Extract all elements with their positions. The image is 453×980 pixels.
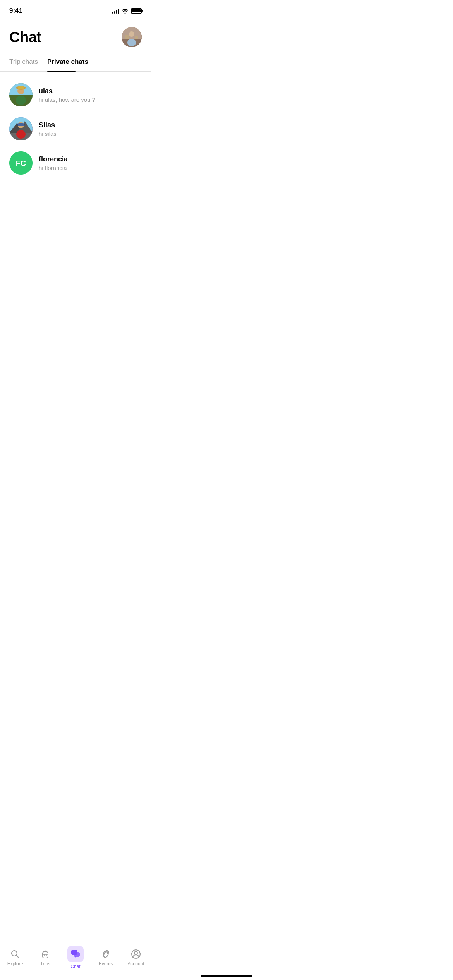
page-title: Chat xyxy=(9,29,41,46)
chat-name: Silas xyxy=(39,121,142,129)
battery-icon xyxy=(131,8,142,14)
signal-icon xyxy=(112,8,119,14)
chat-info-florencia: florencia hi florancia xyxy=(39,155,142,171)
chat-avatar-silas xyxy=(9,117,33,140)
avatar-image xyxy=(122,27,142,47)
user-avatar[interactable] xyxy=(122,27,142,47)
svg-rect-19 xyxy=(17,124,18,125)
list-item[interactable]: FC florencia hi florancia xyxy=(0,146,151,180)
svg-rect-11 xyxy=(18,86,24,89)
chat-avatar-ulas xyxy=(9,83,33,106)
svg-text:FC: FC xyxy=(16,159,26,168)
svg-rect-18 xyxy=(18,123,24,126)
status-time: 9:41 xyxy=(9,7,22,15)
chat-preview: hi ulas, how are you ? xyxy=(39,96,142,103)
chat-info-ulas: ulas hi ulas, how are you ? xyxy=(39,87,142,103)
svg-rect-2 xyxy=(125,35,129,39)
header: Chat xyxy=(0,19,151,53)
svg-point-4 xyxy=(129,31,134,37)
chat-preview: hi florancia xyxy=(39,164,142,171)
chat-name: florencia xyxy=(39,155,142,163)
chat-avatar-florencia: FC xyxy=(9,151,33,175)
tabs: Trip chats Private chats xyxy=(0,53,151,72)
chat-list: ulas hi ulas, how are you ? xyxy=(0,75,151,183)
tab-private-chats[interactable]: Private chats xyxy=(47,53,94,71)
svg-rect-20 xyxy=(24,124,25,125)
wifi-icon xyxy=(122,8,129,14)
chat-preview: hi silas xyxy=(39,130,142,137)
status-bar: 9:41 xyxy=(0,0,151,19)
svg-point-21 xyxy=(16,130,26,139)
list-item[interactable]: ulas hi ulas, how are you ? xyxy=(0,78,151,112)
svg-point-12 xyxy=(16,96,26,105)
chat-info-silas: Silas hi silas xyxy=(39,121,142,137)
status-icons xyxy=(112,8,142,14)
tab-trip-chats[interactable]: Trip chats xyxy=(9,53,44,71)
chat-name: ulas xyxy=(39,87,142,95)
svg-rect-3 xyxy=(135,36,138,39)
svg-point-5 xyxy=(127,39,136,46)
list-item[interactable]: Silas hi silas xyxy=(0,112,151,146)
